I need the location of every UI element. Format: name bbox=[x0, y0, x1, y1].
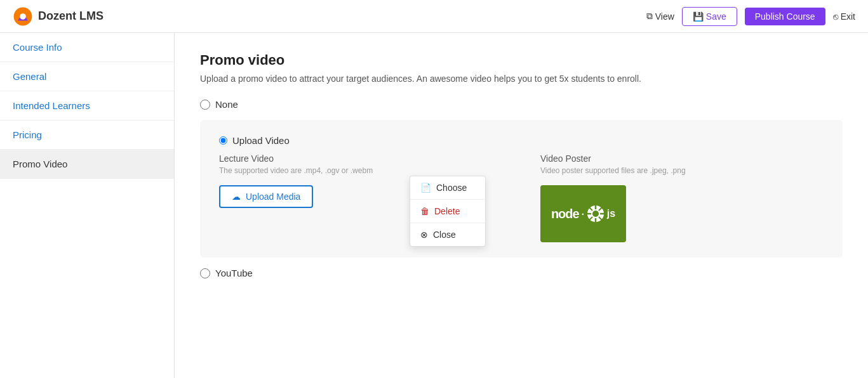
nodejs-text: node bbox=[551, 207, 579, 221]
save-icon: 💾 bbox=[693, 11, 704, 22]
exit-button[interactable]: ⎋ Exit bbox=[833, 11, 855, 22]
sidebar-item-pricing[interactable]: Pricing bbox=[0, 121, 174, 150]
sidebar-item-promo-video[interactable]: Promo Video bbox=[0, 150, 174, 179]
dropdown-close[interactable]: ⊗ Close bbox=[410, 223, 485, 246]
sidebar-item-course-info[interactable]: Course Info bbox=[0, 33, 174, 62]
dropdown-delete[interactable]: 🗑 Delete bbox=[410, 200, 485, 223]
publish-button[interactable]: Publish Course bbox=[745, 8, 825, 25]
none-label[interactable]: None bbox=[215, 99, 238, 110]
trash-icon: 🗑 bbox=[420, 206, 429, 216]
sidebar-item-general[interactable]: General bbox=[0, 62, 174, 91]
file-icon: 📄 bbox=[420, 183, 431, 193]
page-subtitle: Upload a promo video to attract your tar… bbox=[200, 74, 843, 84]
layout: Course Info General Intended Learners Pr… bbox=[0, 33, 868, 378]
header-actions: ⧉ View 💾 Save Publish Course ⎋ Exit bbox=[646, 7, 855, 26]
none-option: None bbox=[200, 99, 843, 110]
upload-video-label[interactable]: Upload Video bbox=[232, 135, 290, 146]
none-radio[interactable] bbox=[200, 100, 210, 110]
upload-columns: Lecture Video The supported video are .m… bbox=[219, 153, 824, 242]
video-poster-subtitle: Video poster supported files are .jpeg, … bbox=[540, 166, 824, 175]
sidebar-item-intended-learners[interactable]: Intended Learners bbox=[0, 91, 174, 121]
lecture-video-title: Lecture Video bbox=[219, 153, 502, 164]
cloud-upload-icon: ☁ bbox=[232, 192, 241, 202]
upload-video-section: Upload Video Lecture Video The supported… bbox=[200, 120, 843, 257]
external-link-icon: ⧉ bbox=[646, 11, 653, 22]
logo-icon bbox=[13, 6, 33, 27]
youtube-option: YouTube bbox=[200, 268, 843, 278]
exit-icon: ⎋ bbox=[833, 11, 838, 22]
upload-video-option: Upload Video bbox=[219, 135, 824, 146]
app-logo: Dozent LMS bbox=[13, 6, 103, 27]
video-poster-col: Video Poster Video poster supported file… bbox=[540, 153, 824, 242]
sidebar: Course Info General Intended Learners Pr… bbox=[0, 33, 175, 378]
upload-video-radio[interactable] bbox=[219, 136, 227, 145]
app-name: Dozent LMS bbox=[38, 10, 103, 23]
dropdown-menu: 📄 Choose 🗑 Delete ⊗ Close bbox=[410, 176, 486, 247]
youtube-label[interactable]: YouTube bbox=[215, 268, 253, 278]
svg-point-1 bbox=[20, 13, 26, 20]
save-button[interactable]: 💾 Save bbox=[682, 7, 737, 26]
page-title: Promo video bbox=[200, 52, 843, 68]
header: Dozent LMS ⧉ View 💾 Save Publish Course … bbox=[0, 0, 868, 33]
nodejs-dot: · bbox=[581, 205, 585, 222]
upload-media-button[interactable]: ☁ Upload Media bbox=[219, 185, 313, 208]
svg-point-3 bbox=[592, 211, 599, 217]
main-content: Promo video Upload a promo video to attr… bbox=[175, 33, 868, 378]
lecture-video-subtitle: The supported video are .mp4, .ogv or .w… bbox=[219, 166, 502, 175]
youtube-radio[interactable] bbox=[200, 268, 210, 278]
view-button[interactable]: ⧉ View bbox=[646, 11, 674, 22]
dropdown-choose[interactable]: 📄 Choose bbox=[410, 176, 485, 199]
close-circle-icon: ⊗ bbox=[420, 230, 428, 240]
nodejs-logo: node · bbox=[551, 205, 615, 223]
video-poster-title: Video Poster bbox=[540, 153, 824, 164]
nodejs-wheel-icon bbox=[587, 205, 604, 223]
lecture-video-col: Lecture Video The supported video are .m… bbox=[219, 153, 502, 242]
nodejs-js-text: js bbox=[607, 208, 615, 219]
video-poster-image: node · bbox=[540, 185, 626, 242]
